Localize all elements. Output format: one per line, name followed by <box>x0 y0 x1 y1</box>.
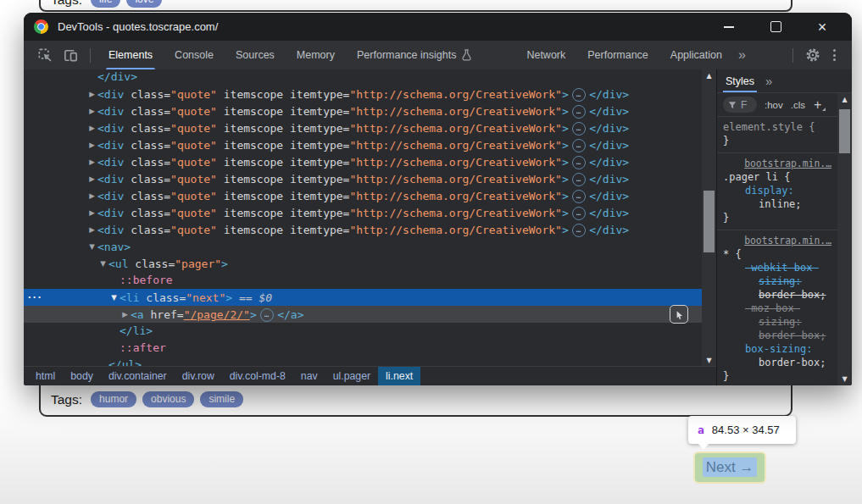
collapsed-arrow-icon[interactable]: ▶ <box>86 221 97 238</box>
scroll-up-icon[interactable]: ▲ <box>837 93 852 106</box>
next-page-button[interactable]: Next → <box>703 457 757 477</box>
collapsed-arrow-icon[interactable]: ▶ <box>86 136 97 153</box>
collapsed-arrow-icon[interactable]: ▶ <box>120 306 131 323</box>
tab-performance-insights[interactable]: Performance insights <box>346 41 483 69</box>
dom-tree-row[interactable]: ▶<div class="quote" itemscope itemtype="… <box>24 170 702 187</box>
dom-tree-row[interactable]: ▶<div class="quote" itemscope itemtype="… <box>24 204 702 221</box>
expanded-arrow-icon[interactable]: ▼ <box>97 255 108 272</box>
css-declaration[interactable]: display: inline; <box>723 184 831 211</box>
tab-console[interactable]: Console <box>164 41 225 69</box>
more-panes-button[interactable]: » <box>765 74 772 88</box>
breadcrumb-div-container[interactable]: div.container <box>101 367 175 385</box>
collapsed-content-icon[interactable]: … <box>260 308 274 322</box>
dom-tree-row[interactable]: </div> <box>24 69 702 86</box>
minimize-button[interactable] <box>723 21 735 33</box>
breadcrumb-div-row[interactable]: div.row <box>175 367 222 385</box>
breadcrumb-html[interactable]: html <box>28 367 63 385</box>
breadcrumb-ul-pager[interactable]: ul.pager <box>325 367 378 385</box>
dom-tree-row[interactable]: ▶<a href="/page/2/">…</a> <box>24 306 702 323</box>
collapsed-arrow-icon[interactable]: ▶ <box>86 187 97 204</box>
collapsed-arrow-icon[interactable]: ▶ <box>86 153 97 170</box>
toggle-element-classes-button[interactable]: .cls <box>791 100 805 110</box>
dom-tree-row[interactable]: ▶<div class="quote" itemscope itemtype="… <box>24 86 702 102</box>
css-rule[interactable]: bootstrap.min.…* {-webkit-box-sizing: bo… <box>717 230 837 385</box>
dom-tree-row[interactable]: ▶<div class="quote" itemscope itemtype="… <box>24 221 702 238</box>
css-rule[interactable]: element.style {} <box>717 117 837 153</box>
tag-badge[interactable]: love <box>126 0 162 8</box>
collapsed-arrow-icon[interactable]: ▶ <box>86 170 97 187</box>
device-toolbar-icon[interactable] <box>58 41 83 69</box>
collapsed-content-icon[interactable]: … <box>572 122 586 136</box>
tab-memory[interactable]: Memory <box>286 41 346 69</box>
tab-elements[interactable]: Elements <box>97 41 164 69</box>
elements-scrollbar[interactable]: ▲ ▼ <box>702 69 716 367</box>
tag-badge[interactable]: life <box>91 0 120 8</box>
new-style-rule-button[interactable]: + <box>814 97 821 113</box>
css-selector[interactable]: .pager li { <box>723 170 831 184</box>
collapsed-content-icon[interactable]: … <box>572 105 586 119</box>
collapsed-arrow-icon[interactable]: ▶ <box>86 86 97 102</box>
code-segment: ::after <box>120 341 166 354</box>
scrollbar-thumb[interactable] <box>704 191 715 252</box>
scroll-down-icon[interactable]: ▼ <box>702 354 716 367</box>
collapsed-content-icon[interactable]: … <box>572 224 586 237</box>
dom-tree-row[interactable]: ▶<div class="quote" itemscope itemtype="… <box>24 136 702 153</box>
breadcrumb-li-next[interactable]: li.next <box>378 367 420 385</box>
dom-tree-row[interactable]: ::before <box>24 272 702 289</box>
stylesheet-link[interactable]: bootstrap.min.… <box>723 234 831 247</box>
tab-performance[interactable]: Performance <box>576 41 659 69</box>
dom-tree-row[interactable]: ▼<ul class="pager"> <box>24 255 702 272</box>
dom-tree-row[interactable]: ▼<nav> <box>24 238 702 255</box>
devtools-titlebar[interactable]: DevTools - quotes.toscrape.com/ × <box>24 13 852 41</box>
dom-tree-row[interactable]: ::after <box>24 340 702 357</box>
tab-sources[interactable]: Sources <box>225 41 286 69</box>
expanded-arrow-icon[interactable]: ▼ <box>86 238 97 255</box>
css-rule[interactable]: bootstrap.min.….pager li {display: inlin… <box>717 153 837 230</box>
breadcrumb-div-col-md-8[interactable]: div.col-md-8 <box>222 367 293 385</box>
tab-styles[interactable]: Styles <box>726 69 754 92</box>
dom-tree-row[interactable]: ▶<div class="quote" itemscope itemtype="… <box>24 102 702 119</box>
expanded-arrow-icon[interactable]: ▼ <box>108 289 120 306</box>
style-filter-input[interactable]: F <box>723 97 757 113</box>
dom-tree-row[interactable]: </li> <box>24 323 702 340</box>
toggle-hover-state-button[interactable]: :hov <box>765 100 783 110</box>
close-button[interactable]: × <box>816 21 828 33</box>
settings-gear-icon[interactable] <box>800 41 826 69</box>
collapsed-content-icon[interactable]: … <box>572 139 586 152</box>
scrollbar-thumb[interactable] <box>839 109 850 153</box>
selected-node-menu-icon[interactable]: ··· <box>28 289 43 306</box>
breadcrumb-nav[interactable]: nav <box>293 367 325 385</box>
css-declaration[interactable]: box-sizing: border-box; <box>723 342 831 369</box>
devtools-menu-icon[interactable] <box>826 49 843 61</box>
stylesheet-link[interactable]: bootstrap.min.… <box>723 157 831 170</box>
css-declaration[interactable]: -moz-box-sizing: border-box; <box>723 302 831 342</box>
tag-badge[interactable]: obvious <box>142 391 194 407</box>
css-selector[interactable]: element.style { <box>723 120 831 134</box>
scroll-down-icon[interactable]: ▼ <box>837 373 852 385</box>
tag-badge[interactable]: humor <box>91 391 136 407</box>
maximize-button[interactable] <box>770 21 781 33</box>
css-declaration[interactable]: -webkit-box-sizing: border-box; <box>723 261 831 302</box>
scroll-up-icon[interactable]: ▲ <box>702 69 716 82</box>
styles-scrollbar[interactable]: ▲ ▼ <box>837 93 852 385</box>
collapsed-arrow-icon[interactable]: ▶ <box>86 204 97 221</box>
tab-network[interactable]: Network <box>515 41 576 69</box>
collapsed-content-icon[interactable]: … <box>572 88 586 102</box>
collapsed-arrow-icon[interactable]: ▶ <box>86 119 97 136</box>
dom-tree-row[interactable]: ▶<div class="quote" itemscope itemtype="… <box>24 187 702 204</box>
collapsed-arrow-icon[interactable]: ▶ <box>86 102 97 119</box>
collapsed-content-icon[interactable]: … <box>572 207 586 220</box>
more-tabs-button[interactable]: » <box>733 47 751 63</box>
collapsed-content-icon[interactable]: … <box>572 156 586 169</box>
dom-tree-row-selected[interactable]: ···▼<li class="next"> == $0 <box>24 289 702 306</box>
collapsed-content-icon[interactable]: … <box>572 190 586 203</box>
tab-application[interactable]: Application <box>659 41 733 69</box>
dom-tree-row[interactable]: ▶<div class="quote" itemscope itemtype="… <box>24 119 702 136</box>
scroll-into-view-icon[interactable] <box>670 305 688 324</box>
dom-tree-row[interactable]: ▶<div class="quote" itemscope itemtype="… <box>24 153 702 170</box>
breadcrumb-body[interactable]: body <box>63 367 101 385</box>
css-selector[interactable]: * { <box>723 247 831 261</box>
collapsed-content-icon[interactable]: … <box>572 173 586 186</box>
tag-badge[interactable]: simile <box>200 391 243 407</box>
inspect-element-icon[interactable] <box>32 41 58 69</box>
